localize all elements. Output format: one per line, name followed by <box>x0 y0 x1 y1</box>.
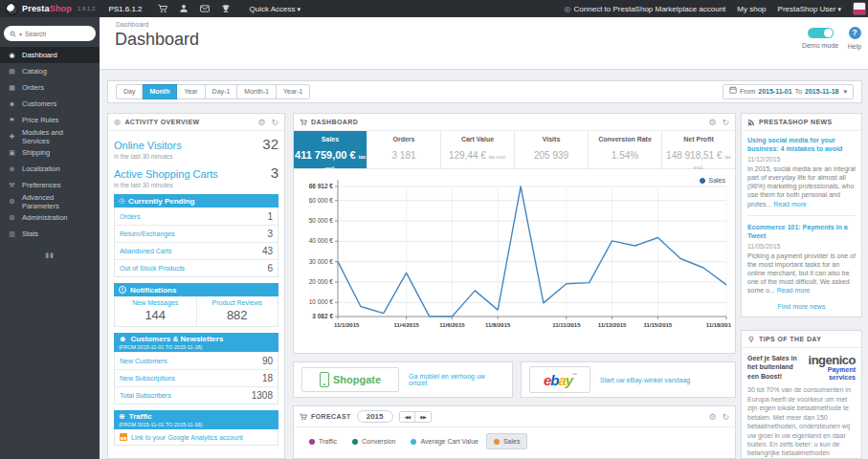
brand-version: 1.6.1.2 <box>78 6 95 11</box>
panel-refresh-icon[interactable]: ↻ <box>271 118 278 127</box>
kpi-net-profit[interactable]: Net Profit 148 918,51 € tax excl. <box>661 131 735 168</box>
range-month-button[interactable]: Month <box>143 84 177 99</box>
panel-settings-icon[interactable]: ⚙ <box>257 118 265 127</box>
shopgate-link[interactable]: Ga mobiel en verhoog uw omzet <box>409 373 504 386</box>
sidebar-item-administration[interactable]: ⚙Administration <box>0 209 100 226</box>
read-more-link[interactable]: Read more <box>777 287 811 294</box>
read-more-link[interactable]: Read more <box>773 201 807 208</box>
product-reviews-cell[interactable]: Product Reviews 882 <box>196 296 278 326</box>
catalog-icon: ▤ <box>8 68 16 76</box>
messages-icon[interactable] <box>194 4 215 13</box>
tab-conversion[interactable]: Conversion <box>345 433 403 449</box>
kpi-conversion-rate[interactable]: Conversion Rate 1.54% <box>588 131 661 168</box>
range-day-button[interactable]: Day <box>116 84 143 99</box>
range-month-1-button[interactable]: Month-1 <box>237 84 277 99</box>
prestashop-logo[interactable]: PrestaShop 1.6.1.2 <box>0 0 100 17</box>
svg-text:11/15/2015: 11/15/2015 <box>644 322 673 328</box>
news-article-title[interactable]: Using social media for your business: 4 … <box>747 136 856 153</box>
sidebar-item-orders[interactable]: ▦Orders <box>0 79 100 96</box>
sidebar-item-preferences[interactable]: ⚒Preferences <box>0 177 100 193</box>
new-messages-cell[interactable]: New Messages 144 <box>115 296 196 326</box>
alert-icon: ! <box>119 286 126 294</box>
ebay-link[interactable]: Start uw eBay-winkel vandaag <box>600 377 690 383</box>
kpi-sales[interactable]: Sales 411 759,00 € tax excl. <box>294 131 367 168</box>
tab-traffic[interactable]: Traffic <box>301 433 345 449</box>
sidebar-item-price-rules[interactable]: ⚑Price Rules <box>0 112 100 128</box>
ebay-logo[interactable]: ebay™ <box>529 366 590 393</box>
my-shop-link[interactable]: My shop <box>737 5 766 13</box>
traffic-header: ⊕Traffic (FROM 2015-11-01 TO 2015-11-18) <box>114 410 278 429</box>
user-menu[interactable]: PrestaShop User▾ <box>778 5 841 13</box>
range-day-1-button[interactable]: Day-1 <box>206 84 238 99</box>
kpi-row: Sales 411 759,00 € tax excl. Orders 3 18… <box>294 131 735 169</box>
news-article-title[interactable]: Ecommerce 101: Payments in a Tweet <box>747 223 856 240</box>
svg-text:66 912 €: 66 912 € <box>309 183 334 189</box>
marketplace-link[interactable]: ◎Connect to PrestaShop Marketplace accou… <box>565 5 726 13</box>
help-icon[interactable]: ? <box>849 27 861 39</box>
quick-access-menu[interactable]: Quick Access▾ <box>250 5 301 13</box>
total-subscribers-row[interactable]: Total Subscribers1308 <box>115 386 278 404</box>
dashboard-icon: ◉ <box>8 52 16 59</box>
range-year-button[interactable]: Year <box>177 84 205 99</box>
sidebar-item-dashboard[interactable]: ◉Dashboard <box>0 47 100 63</box>
shopgate-logo[interactable]: Shopgate <box>301 367 399 392</box>
search-box[interactable]: ▾ <box>4 26 96 41</box>
legend-dot-icon <box>700 178 705 184</box>
search-scope-caret[interactable]: ▾ <box>19 31 22 37</box>
kpi-orders[interactable]: Orders 3 181 <box>367 131 440 168</box>
svg-text:11/13/2015: 11/13/2015 <box>598 322 627 328</box>
svg-text:60 000 €: 60 000 € <box>309 197 334 204</box>
pending-row-out-of-stock[interactable]: Out of Stock Products6 <box>115 259 278 276</box>
range-year-1-button[interactable]: Year-1 <box>277 84 310 99</box>
sidebar-item-modules[interactable]: ✚Modules and Services <box>0 128 100 144</box>
online-visitors-link[interactable]: Online Visitors <box>114 140 182 151</box>
trophy-icon[interactable] <box>215 4 236 13</box>
forecast-nav: ◀◀ ▶▶ <box>399 411 432 423</box>
sidebar-item-advanced-parameters[interactable]: ⚙Advanced Parameters <box>0 193 100 209</box>
sidebar-item-catalog[interactable]: ▤Catalog <box>0 63 100 79</box>
date-range-picker[interactable]: From2015-11-01 To2015-11-18 ▾ <box>723 84 854 99</box>
breadcrumb[interactable]: Dashboard <box>116 21 148 28</box>
google-analytics-row[interactable]: Link to your Google Analytics account <box>114 429 278 446</box>
date-to: 2015-11-18 <box>805 85 838 98</box>
prestashop-news-panel: PRESTASHOP NEWS Using social media for y… <box>741 113 862 317</box>
sidebar-item-shipping[interactable]: ▣Shipping <box>0 144 100 161</box>
phone-icon <box>320 372 329 387</box>
svg-text:11/11/2015: 11/11/2015 <box>552 322 581 328</box>
calendar-icon <box>729 85 737 98</box>
pending-row-returns[interactable]: Return/Exchanges3 <box>115 225 278 242</box>
new-customers-row[interactable]: New Customers90 <box>115 352 278 369</box>
customers-icon[interactable] <box>173 4 194 13</box>
panel-refresh-icon[interactable]: ↻ <box>722 412 729 422</box>
active-carts-link[interactable]: Active Shopping Carts <box>114 168 218 180</box>
rewind-icon[interactable]: ◀◀ <box>400 412 415 422</box>
kpi-visits[interactable]: Visits 205 939 <box>514 131 588 168</box>
panel-settings-icon[interactable]: ⚙ <box>708 118 716 127</box>
shop-version: PS1.6.1.2 <box>108 5 142 13</box>
ebay-module: ebay™ Start uw eBay-winkel vandaag <box>521 361 736 398</box>
cart-icon[interactable] <box>152 4 173 13</box>
pending-row-orders[interactable]: Orders1 <box>115 208 278 225</box>
customers-icon: ☻ <box>8 100 16 107</box>
forward-icon[interactable]: ▶▶ <box>414 412 431 422</box>
sidebar-item-localization[interactable]: ⊕Localization <box>0 161 100 177</box>
sidebar-item-customers[interactable]: ☻Customers <box>0 96 100 112</box>
find-more-news-link[interactable]: Find more news <box>747 303 856 310</box>
tab-sales[interactable]: Sales <box>486 433 528 449</box>
chart-legend[interactable]: Sales <box>700 177 725 184</box>
forecast-year[interactable]: 2015 <box>357 410 393 423</box>
demo-mode-toggle[interactable] <box>808 28 834 38</box>
new-subscriptions-row[interactable]: New Subscriptions18 <box>115 369 278 386</box>
tip-body: 30 tot 70% van de consumenten in Europa … <box>747 385 856 459</box>
sidebar-item-stats[interactable]: ▥Stats <box>0 226 100 242</box>
collapse-sidebar-icon[interactable]: ▮▮ <box>0 251 100 259</box>
pending-row-abandoned-carts[interactable]: Abandoned Carts43 <box>115 242 278 259</box>
kpi-cart-value[interactable]: Cart Value 129,44 € tax excl. <box>440 131 514 168</box>
avatar[interactable] <box>853 2 866 15</box>
tab-average-cart-value[interactable]: Average Cart Value <box>403 433 485 449</box>
panel-refresh-icon[interactable]: ↻ <box>722 118 729 127</box>
search-input[interactable] <box>25 31 80 37</box>
panel-settings-icon[interactable]: ⚙ <box>708 412 716 422</box>
brand-name: PrestaShop <box>22 4 72 13</box>
page-title: Dashboard <box>115 30 199 50</box>
